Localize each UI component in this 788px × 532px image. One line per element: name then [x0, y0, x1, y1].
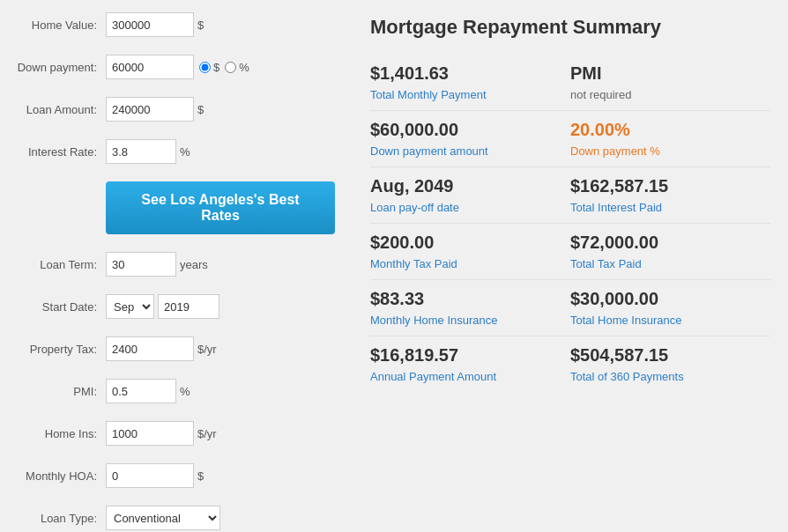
- pmi-suffix: %: [180, 385, 190, 398]
- down-payment-label: Down payment:: [9, 61, 106, 74]
- start-date-year-input[interactable]: [158, 294, 219, 319]
- summary-cell-monthly-tax: $200.00 Monthly Tax Paid: [370, 224, 570, 280]
- down-payment-percent-label[interactable]: %: [225, 61, 249, 74]
- monthly-ins-label: Monthly Home Insurance: [370, 314, 498, 327]
- property-tax-label: Property Tax:: [9, 343, 106, 356]
- pmi-label: PMI:: [9, 385, 106, 398]
- loan-type-label: Loan Type:: [9, 512, 106, 525]
- home-value-row: Home Value: $: [9, 9, 344, 41]
- summary-cell-total-ins: $30,000.00 Total Home Insurance: [570, 280, 770, 336]
- down-payment-radio-group: $ %: [199, 61, 249, 74]
- pmi-row: PMI: %: [9, 375, 344, 407]
- start-date-row: Start Date: JanFebMarApr MayJunJulAug Se…: [9, 291, 344, 322]
- pmi-input[interactable]: [106, 379, 176, 403]
- down-payment-dollar-label[interactable]: $: [199, 61, 219, 74]
- down-payment-percent-label: Down payment %: [570, 144, 660, 158]
- loan-amount-row: Loan Amount: $: [9, 93, 344, 125]
- interest-rate-suffix: %: [180, 145, 190, 159]
- interest-rate-label: Interest Rate:: [9, 145, 106, 159]
- home-ins-label: Home Ins:: [9, 427, 106, 440]
- interest-rate-input[interactable]: [106, 139, 176, 164]
- summary-cell-monthly-payment: $1,401.63 Total Monthly Payment: [370, 55, 570, 111]
- payoff-date-label: Loan pay-off date: [370, 201, 459, 214]
- total-ins-label: Total Home Insurance: [570, 314, 681, 327]
- summary-cell-total-payments: $504,587.15 Total of 360 Payments: [570, 336, 770, 392]
- property-tax-suffix: $/yr: [197, 343, 217, 356]
- start-date-label: Start Date:: [9, 300, 106, 314]
- down-payment-percent-value: 20.00%: [570, 120, 770, 140]
- total-payments-value: $504,587.15: [570, 345, 770, 366]
- monthly-hoa-input[interactable]: [106, 463, 194, 488]
- loan-term-suffix: years: [180, 258, 208, 271]
- loan-amount-label: Loan Amount:: [9, 103, 106, 116]
- monthly-payment-label: Total Monthly Payment: [370, 88, 487, 101]
- monthly-hoa-label: Monthly HOA:: [9, 469, 106, 483]
- summary-cell-payoff-date: Aug, 2049 Loan pay-off date: [370, 167, 570, 224]
- summary-grid: $1,401.63 Total Monthly Payment PMI not …: [370, 55, 770, 392]
- summary-cell-total-tax: $72,000.00 Total Tax Paid: [570, 224, 770, 280]
- home-value-suffix: $: [197, 18, 204, 32]
- annual-payment-value: $16,819.57: [370, 345, 553, 366]
- home-ins-suffix: $/yr: [197, 427, 217, 440]
- total-tax-value: $72,000.00: [570, 233, 770, 253]
- loan-term-row: Loan Term: years: [9, 248, 344, 280]
- monthly-ins-value: $83.33: [370, 289, 553, 309]
- home-value-label: Home Value:: [9, 18, 106, 32]
- loan-amount-input[interactable]: [106, 97, 194, 122]
- monthly-payment-value: $1,401.63: [370, 63, 553, 84]
- home-ins-input[interactable]: [106, 421, 194, 446]
- loan-term-label: Loan Term:: [9, 258, 106, 271]
- loan-amount-suffix: $: [197, 103, 204, 116]
- annual-payment-label: Annual Payment Amount: [370, 370, 496, 383]
- monthly-tax-label: Monthly Tax Paid: [370, 257, 457, 270]
- summary-cell-pmi: PMI not required: [570, 55, 770, 111]
- down-payment-dollar-text: $: [213, 61, 219, 74]
- summary-cell-down-payment-amount: $60,000.00 Down payment amount: [370, 111, 570, 167]
- down-payment-amount-value: $60,000.00: [370, 120, 553, 140]
- property-tax-input[interactable]: [106, 336, 194, 361]
- summary-cell-annual-payment: $16,819.57 Annual Payment Amount: [370, 336, 570, 392]
- home-ins-row: Home Ins: $/yr: [9, 417, 344, 449]
- pmi-value: PMI: [570, 63, 770, 84]
- monthly-tax-value: $200.00: [370, 233, 553, 253]
- home-value-input[interactable]: [106, 12, 194, 37]
- summary-cell-total-interest: $162,587.15 Total Interest Paid: [570, 167, 770, 224]
- down-payment-dollar-radio[interactable]: [199, 62, 211, 73]
- loan-type-row: Loan Type: Conventional FHA VA USDA: [9, 502, 344, 532]
- right-panel: Mortgage Repayment Summary $1,401.63 Tot…: [361, 9, 779, 532]
- interest-rate-row: Interest Rate: %: [9, 136, 344, 167]
- summary-cell-down-payment-percent: 20.00% Down payment %: [570, 111, 770, 167]
- payoff-date-value: Aug, 2049: [370, 176, 553, 196]
- down-payment-input[interactable]: [106, 55, 194, 79]
- summary-cell-monthly-ins: $83.33 Monthly Home Insurance: [370, 280, 570, 336]
- property-tax-row: Property Tax: $/yr: [9, 333, 344, 365]
- total-tax-label: Total Tax Paid: [570, 257, 642, 270]
- loan-type-select[interactable]: Conventional FHA VA USDA: [106, 506, 220, 530]
- monthly-hoa-row: Monthly HOA: $: [9, 460, 344, 491]
- best-rates-button[interactable]: See Los Angeles's Best Rates: [106, 181, 335, 234]
- monthly-hoa-suffix: $: [197, 469, 204, 483]
- summary-title: Mortgage Repayment Summary: [370, 16, 770, 39]
- down-payment-amount-label: Down payment amount: [370, 144, 488, 158]
- total-payments-label: Total of 360 Payments: [570, 370, 684, 383]
- down-payment-percent-text: %: [239, 61, 249, 74]
- down-payment-row: Down payment: $ %: [9, 51, 344, 83]
- total-ins-value: $30,000.00: [570, 289, 770, 309]
- total-interest-value: $162,587.15: [570, 176, 770, 196]
- start-date-month-select[interactable]: JanFebMarApr MayJunJulAug SepOctNovDec: [106, 294, 154, 319]
- down-payment-percent-radio[interactable]: [225, 62, 236, 73]
- left-panel: Home Value: $ Down payment: $ % Loan Amo…: [9, 9, 344, 532]
- pmi-status: not required: [570, 88, 631, 101]
- total-interest-label: Total Interest Paid: [570, 201, 662, 214]
- loan-term-input[interactable]: [106, 252, 176, 277]
